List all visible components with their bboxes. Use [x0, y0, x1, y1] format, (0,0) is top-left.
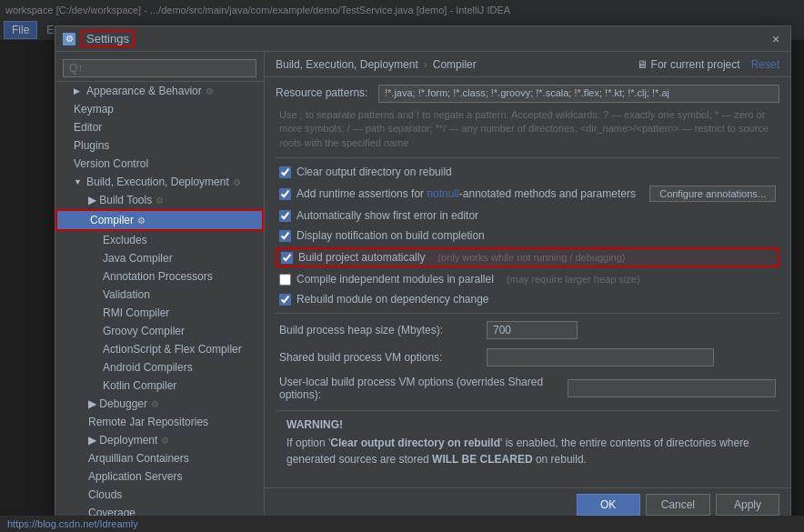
tree-item-compiler[interactable]: Compiler ⚙: [55, 209, 264, 231]
warning-text: If option 'Clear output directory on reb…: [286, 435, 769, 467]
arrow-icon: ▼: [74, 177, 83, 186]
search-input[interactable]: [63, 59, 256, 77]
tree-item-editor[interactable]: Editor: [55, 118, 264, 136]
reset-link[interactable]: Reset: [751, 58, 779, 71]
tree-label: Plugins: [74, 139, 109, 152]
tree-label: ▶ Debugger: [88, 397, 147, 410]
tree-label: RMI Compiler: [103, 306, 169, 319]
auto-show-label[interactable]: Automatically show first error in editor: [296, 209, 478, 222]
content-area: Resource patterns: !*.java; !*.form; !*.…: [265, 77, 790, 487]
cancel-button[interactable]: Cancel: [646, 494, 710, 516]
tree-item-build-tools[interactable]: ▶ Build Tools ⚙: [55, 191, 264, 209]
tree-item-appearance[interactable]: ▶ Appearance & Behavior ⚙: [55, 82, 264, 100]
settings-gear-icon: ⚙: [233, 177, 246, 187]
divider-2: [276, 313, 779, 314]
tree-item-actionscript[interactable]: ActionScript & Flex Compiler: [55, 340, 264, 358]
for-current-project: 🖥 For current project: [637, 58, 740, 71]
compile-parallel-checkbox[interactable]: [279, 274, 291, 286]
build-automatically-checkbox[interactable]: [281, 252, 293, 264]
checkbox-row-rebuild-module: Rebuild module on dependency change: [276, 291, 779, 307]
tree-label: Android Compilers: [103, 361, 193, 374]
search-box: [55, 55, 264, 82]
tree-item-android-compilers[interactable]: Android Compilers: [55, 358, 264, 376]
tree-item-application-servers[interactable]: Application Servers: [55, 467, 264, 486]
tree-item-java-compiler[interactable]: Java Compiler: [55, 249, 264, 267]
tree-label: Clouds: [88, 488, 122, 501]
build-automatically-label[interactable]: Build project automatically: [298, 251, 425, 264]
resource-hint: Use ; to separate patterns and ! to nega…: [276, 108, 779, 150]
heap-size-row: Build process heap size (Mbytes):: [276, 319, 779, 341]
ok-button[interactable]: OK: [577, 494, 640, 516]
dialog-body: ▶ Appearance & Behavior ⚙ Keymap Editor …: [55, 52, 790, 520]
settings-gear-icon: ⚙: [206, 86, 219, 96]
tree-item-version-control[interactable]: Version Control: [55, 155, 264, 173]
for-current-icon: 🖥: [637, 58, 648, 71]
tree-item-validation[interactable]: Validation: [55, 286, 264, 304]
rebuild-module-checkbox[interactable]: [279, 294, 291, 306]
checkbox-row-clear-output: Clear output directory on rebuild: [276, 164, 779, 180]
checkbox-row-compile-parallel: Compile independent modules in parallel …: [276, 271, 779, 287]
display-notification-checkbox[interactable]: [279, 230, 291, 242]
heap-size-label: Build process heap size (Mbytes):: [279, 324, 479, 336]
settings-tree: ▶ Appearance & Behavior ⚙ Keymap Editor …: [55, 52, 265, 520]
tree-item-groovy-compiler[interactable]: Groovy Compiler: [55, 322, 264, 340]
checkbox-row-add-runtime: Add runtime assertions for notnull-annot…: [276, 184, 779, 204]
resource-patterns-value[interactable]: !*.java; !*.form; !*.class; !*.groovy; !…: [378, 85, 779, 103]
clear-output-checkbox[interactable]: [279, 166, 291, 178]
for-current-label: For current project: [651, 58, 740, 71]
resource-patterns-row: Resource patterns: !*.java; !*.form; !*.…: [276, 85, 779, 103]
auto-show-error-checkbox[interactable]: [279, 210, 291, 222]
apply-button[interactable]: Apply: [716, 494, 779, 516]
arrow-icon: ▶: [74, 86, 83, 95]
breadcrumb-separator: ›: [424, 58, 427, 71]
tree-label: Remote Jar Repositories: [88, 416, 208, 428]
tree-item-excludes[interactable]: Excludes: [55, 231, 264, 249]
display-notification-label[interactable]: Display notification on build completion: [296, 229, 485, 242]
tree-item-rmi-compiler[interactable]: RMI Compiler: [55, 304, 264, 322]
user-local-vm-input[interactable]: [568, 379, 776, 397]
tree-label: ActionScript & Flex Compiler: [103, 343, 242, 356]
close-button[interactable]: ×: [769, 32, 783, 46]
breadcrumb-path: Build, Execution, Deployment: [276, 58, 418, 71]
compile-parallel-label[interactable]: Compile independent modules in parallel: [296, 273, 494, 286]
checkbox-row-display-notification: Display notification on build completion: [276, 227, 779, 244]
breadcrumb: Build, Execution, Deployment › Compiler: [276, 58, 477, 71]
shared-vm-input[interactable]: [487, 348, 714, 366]
checkbox-row-auto-show: Automatically show first error in editor: [276, 207, 779, 224]
notnull-link[interactable]: notnull: [427, 187, 458, 200]
tree-item-keymap[interactable]: Keymap: [55, 100, 264, 118]
tree-label: Appearance & Behavior: [86, 85, 202, 97]
resource-patterns-label: Resource patterns:: [276, 85, 371, 99]
add-runtime-label[interactable]: Add runtime assertions for notnull-annot…: [296, 187, 636, 200]
warning-title: WARNING!: [286, 418, 769, 431]
tree-label: Arquillian Containers: [88, 452, 189, 465]
tree-label: Application Servers: [88, 470, 182, 483]
rebuild-module-label[interactable]: Rebuild module on dependency change: [296, 293, 489, 306]
tree-item-remote-jar[interactable]: Remote Jar Repositories: [55, 413, 264, 431]
settings-gear-icon: ⚙: [151, 399, 165, 409]
tree-label: Excludes: [103, 234, 147, 246]
tree-label: Kotlin Compiler: [103, 379, 176, 392]
heap-size-input[interactable]: [487, 321, 578, 339]
tree-item-kotlin-compiler[interactable]: Kotlin Compiler: [55, 376, 264, 395]
clear-output-label[interactable]: Clear output directory on rebuild: [296, 166, 452, 178]
configure-annotations-button[interactable]: Configure annotations...: [649, 186, 776, 202]
shared-vm-row: Shared build process VM options:: [276, 346, 779, 368]
tree-item-arquillian[interactable]: Arquillian Containers: [55, 449, 264, 467]
settings-gear-icon: ⚙: [161, 436, 175, 446]
compile-parallel-note: (may require larger heap size): [507, 274, 640, 285]
tree-label: Compiler: [90, 214, 134, 226]
tree-item-clouds[interactable]: Clouds: [55, 486, 264, 504]
settings-gear-icon: ⚙: [156, 196, 169, 206]
tree-item-plugins[interactable]: Plugins: [55, 136, 264, 155]
tree-item-annotation-processors[interactable]: Annotation Processors: [55, 267, 264, 286]
settings-dialog: ⚙ Settings × ▶ Appearance & Behavior ⚙ K…: [55, 25, 791, 521]
dialog-title: Settings: [81, 30, 135, 47]
tree-item-deployment[interactable]: ▶ Deployment ⚙: [55, 431, 264, 449]
tree-item-debugger[interactable]: ▶ Debugger ⚙: [55, 395, 264, 413]
tree-item-build-exec[interactable]: ▼ Build, Execution, Deployment ⚙: [55, 173, 264, 191]
url-bar: https://blog.csdn.net/Idreamly: [0, 516, 804, 532]
checkbox-row-build-automatically: Build project automatically (only works …: [276, 247, 779, 267]
add-runtime-checkbox[interactable]: [279, 188, 291, 200]
shared-vm-label: Shared build process VM options:: [279, 351, 479, 364]
